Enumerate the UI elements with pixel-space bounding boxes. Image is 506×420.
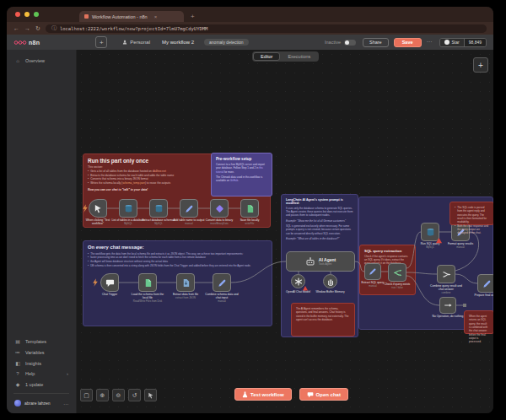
add-node-button[interactable]: +	[473, 57, 488, 73]
n8n-logo-icon	[13, 39, 27, 46]
github-star-label: Star	[452, 40, 460, 45]
sticky-final-note[interactable]: When the agent returns an SQL query, the…	[464, 310, 493, 334]
zoom-in-button[interactable]: ⊕	[96, 389, 109, 401]
node-noop[interactable]: No Operation, do nothing	[439, 297, 456, 314]
test-workflow-button[interactable]: Test workflow	[234, 388, 292, 401]
sidebar-item-updates[interactable]: ◆ 1 update	[7, 379, 76, 390]
open-chat-button[interactable]: Open chat	[299, 388, 348, 401]
address-bar[interactable]: ⓘ localhost:2222/workflow/new?projectId=…	[46, 24, 487, 33]
file-extract-icon	[181, 278, 191, 288]
node-chat-trigger[interactable]: Chat Trigger	[100, 273, 119, 292]
database-icon	[154, 204, 164, 213]
arrow-right-icon	[444, 301, 452, 310]
user-menu-icon[interactable]: ⋯	[63, 401, 68, 407]
workflow-canvas[interactable]: Editor Executions + Run this part only o…	[77, 50, 493, 413]
breadcrumb-project[interactable]: Personal	[122, 40, 150, 45]
share-button[interactable]: Share	[363, 38, 389, 47]
chat-bubble-icon	[105, 278, 115, 288]
node-buffer-memory[interactable]: Window Buffer Memory	[323, 274, 337, 288]
sidebar-label-variables: Variables	[25, 350, 45, 355]
node-prepare-output[interactable]: Prepare final output	[477, 274, 493, 293]
save-button[interactable]: Save	[394, 38, 422, 47]
node-label: Extract data from fileextract from JSON	[168, 293, 203, 299]
site-info-icon[interactable]: ⓘ	[51, 24, 57, 32]
node-add-table-name[interactable]: Add table name to outputmanual	[180, 199, 198, 218]
pencil-icon	[218, 278, 227, 288]
node-label: Save file locallywriteFile	[232, 218, 267, 225]
maximize-window-button[interactable]	[34, 12, 39, 17]
insights-icon: ◧	[14, 360, 21, 366]
node-check-query[interactable]: Check if query existstrue / false	[388, 263, 406, 282]
node-load-schema[interactable]: Load the schema from the local fileRead/…	[138, 273, 157, 292]
sidebar-item-help[interactable]: ? Help ›	[7, 369, 76, 379]
node-extract-file[interactable]: Extract data from fileextract from JSON	[176, 273, 195, 292]
node-label: Check if query existstrue / false	[380, 283, 415, 289]
screen: Workflow Automation - n8n × + ← → ↻ ⓘ lo…	[0, 0, 506, 420]
chevron-right-icon: ›	[67, 371, 68, 376]
sidebar: ⌂ Overview ▤ Templates ≔ Variables ◧ Ins…	[7, 50, 77, 413]
pointer-icon	[148, 392, 154, 399]
undo-button[interactable]: ↺	[128, 389, 141, 401]
binary-icon	[215, 204, 224, 213]
variables-icon: ≔	[14, 349, 21, 355]
favicon	[84, 14, 89, 19]
tab-title: Workflow Automation - n8n	[92, 14, 148, 19]
add-button[interactable]: +	[95, 36, 107, 48]
github-star-button[interactable]: Star	[440, 39, 464, 46]
more-menu-icon[interactable]: ⋯	[427, 39, 433, 46]
node-convert-binary[interactable]: Convert data to binarymoveBinaryData	[210, 199, 229, 218]
close-window-button[interactable]	[15, 12, 20, 17]
url-text[interactable]: localhost:2222/workflow/new?projectId=7l…	[60, 26, 208, 31]
node-openai-model[interactable]: OpenAI Chat Model	[291, 274, 305, 288]
sidebar-item-templates[interactable]: ▤ Templates	[7, 336, 76, 347]
node-manual-trigger[interactable]: When clicking "Test workflow"	[89, 199, 107, 218]
trigger-bolt-icon	[82, 204, 89, 213]
back-icon[interactable]: ←	[13, 25, 19, 31]
node-list-tables[interactable]: List of tables in a databaseMySQL	[119, 199, 137, 218]
new-tab-button[interactable]: +	[191, 13, 195, 20]
forward-icon[interactable]: →	[24, 25, 30, 31]
sticky-agent-note[interactable]: The AI Agent remembers the schema, quest…	[291, 303, 355, 337]
zoom-out-button[interactable]: ⊖	[112, 389, 125, 401]
sticky-sql-result-note[interactable]: The SQL code is parsed from the agent re…	[449, 202, 493, 225]
workflow-tag[interactable]: anomaly detection	[204, 39, 249, 46]
node-run-sql[interactable]: Run SQL queryMySQL	[421, 223, 439, 241]
pointer-mode-button[interactable]	[144, 389, 157, 401]
canvas-action-buttons: Test workflow Open chat	[234, 388, 348, 401]
node-label: Chat Trigger	[92, 293, 127, 296]
merge-icon	[442, 270, 451, 279]
close-tab-icon[interactable]: ×	[154, 14, 158, 19]
node-combine-input[interactable]: Combine schema data and chat inputmanual	[213, 273, 231, 292]
github-star-widget[interactable]: Star 98,849	[439, 38, 487, 47]
traffic-lights	[15, 12, 39, 17]
node-save-file[interactable]: Save file locallywriteFile	[240, 199, 259, 218]
tab-executions[interactable]: Executions	[280, 52, 318, 61]
openai-icon	[294, 277, 303, 286]
node-ai-agent[interactable]: AI Agent Tools Agent	[286, 251, 355, 272]
node-extract-sql[interactable]: Extract SQL querymanual	[364, 263, 381, 280]
fit-view-button[interactable]: ▢	[80, 389, 93, 401]
sidebar-item-variables[interactable]: ≔ Variables	[7, 347, 76, 358]
warning-icon	[303, 286, 308, 291]
flask-icon	[242, 391, 248, 398]
avatar	[14, 400, 21, 407]
database-icon	[426, 228, 435, 237]
node-combine-result[interactable]: Combine query result and chat answercomb…	[437, 265, 455, 283]
user-menu[interactable]: abrare lahzen ⋯	[7, 397, 76, 409]
node-extract-schemas[interactable]: Extract database schemasMySQL	[149, 199, 168, 218]
workflow-name[interactable]: My workflow 2	[162, 40, 194, 45]
browser-tab[interactable]: Workflow Automation - n8n ×	[79, 11, 184, 22]
sidebar-item-insights[interactable]: ◧ Insights	[7, 358, 76, 369]
pencil-icon	[185, 204, 194, 213]
chat-bubble-icon	[307, 391, 314, 398]
minimize-window-button[interactable]	[24, 12, 30, 17]
sticky-text: When the agent returns an SQL query, the…	[469, 315, 489, 344]
canvas-controls: ▢ ⊕ ⊖ ↺	[80, 389, 157, 401]
sidebar-item-overview[interactable]: ⌂ Overview	[7, 56, 76, 66]
home-icon: ⌂	[14, 58, 21, 63]
tab-editor[interactable]: Editor	[253, 52, 280, 61]
reload-icon[interactable]: ↻	[35, 25, 40, 31]
n8n-logo[interactable]: n8n	[13, 39, 40, 46]
test-workflow-label: Test workflow	[250, 392, 284, 397]
active-toggle[interactable]	[344, 40, 356, 46]
